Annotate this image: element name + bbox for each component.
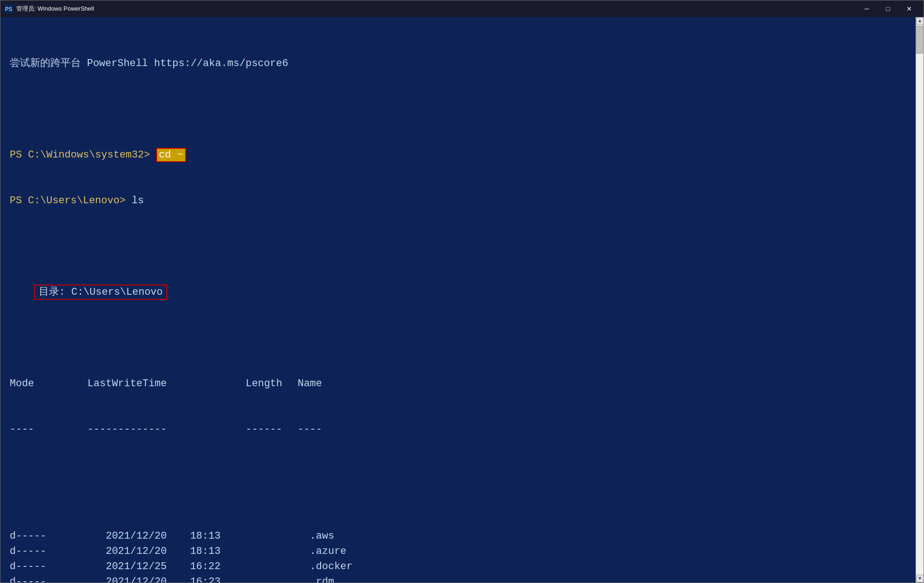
cell-name: .rdm	[310, 574, 334, 583]
scroll-up-arrow[interactable]: ▲	[916, 17, 924, 25]
command-line-2: PS C:\Users\Lenovo> ls	[10, 193, 906, 208]
close-button[interactable]: ✕	[899, 0, 920, 17]
title-bar: PS 管理员: Windows PowerShell ─ □ ✕	[0, 0, 924, 17]
data-rows: d-----2021/12/20 18:13 .awsd-----2021/12…	[10, 528, 906, 583]
header-length: Length	[208, 376, 282, 391]
window-icon: PS	[4, 4, 13, 13]
table-row: d-----2021/12/20 16:23 .rdm	[10, 574, 906, 583]
blank-line-4	[10, 468, 906, 483]
table-row: d-----2021/12/20 18:13 .aws	[10, 528, 906, 544]
cell-mode: d-----	[10, 574, 65, 583]
window-controls: ─ □ ✕	[856, 0, 920, 17]
cell-date: 2021/12/20	[65, 528, 167, 544]
sep-mode: ----	[10, 422, 65, 437]
cell-time: 18:13	[179, 528, 220, 544]
terminal-output[interactable]: 尝试新的跨平台 PowerShell https://aka.ms/pscore…	[0, 17, 916, 583]
sep-length: ------	[208, 422, 282, 437]
header-row: ModeLastWriteTime Length Name	[10, 376, 906, 391]
cell-date: 2021/12/25	[65, 559, 167, 574]
command-line-1: PS C:\Windows\system32> cd ~	[10, 147, 906, 163]
content-area: 尝试新的跨平台 PowerShell https://aka.ms/pscore…	[0, 17, 924, 583]
directory-line: 目录: C:\Users\Lenovo	[10, 285, 906, 300]
cmd-highlight-1: cd ~	[156, 148, 186, 162]
scrollbar[interactable]: ▲ ▼	[916, 17, 924, 583]
prompt-1: PS C:\Windows\system32>	[10, 149, 150, 161]
cell-time: 16:23	[179, 574, 220, 583]
dir-label: 目录: C:\Users\Lenovo	[34, 285, 167, 300]
powershell-window: PS 管理员: Windows PowerShell ─ □ ✕ 尝试新的跨平台…	[0, 0, 924, 583]
table-row: d-----2021/12/20 18:13 .azure	[10, 544, 906, 559]
restore-button[interactable]: □	[877, 0, 899, 17]
cell-name: .docker	[310, 559, 353, 574]
intro-line: 尝试新的跨平台 PowerShell https://aka.ms/pscore…	[10, 56, 906, 71]
cell-mode: d-----	[10, 559, 65, 574]
header-lastwrite: LastWriteTime	[65, 376, 167, 391]
window-title: 管理员: Windows PowerShell	[16, 5, 856, 13]
sep-lastwrite: -------------	[65, 422, 167, 437]
cell-name: .azure	[310, 544, 346, 559]
cell-mode: d-----	[10, 528, 65, 544]
scrollbar-thumb[interactable]	[916, 26, 923, 54]
cmd-2: ls	[132, 195, 144, 206]
minimize-button[interactable]: ─	[856, 0, 877, 17]
sep-name: ----	[298, 422, 322, 437]
prompt-2: PS C:\Users\Lenovo>	[10, 195, 126, 206]
table-row: d-----2021/12/25 16:22 .docker	[10, 559, 906, 574]
header-name: Name	[298, 376, 322, 391]
svg-text:PS: PS	[5, 6, 12, 13]
cell-time: 18:13	[179, 544, 220, 559]
header-time-spacer	[167, 376, 208, 391]
blank-line-3	[10, 330, 906, 346]
cell-mode: d-----	[10, 544, 65, 559]
cell-date: 2021/12/20	[65, 574, 167, 583]
cell-time: 16:22	[179, 559, 220, 574]
separator-row: ----------------- ------ ----	[10, 422, 906, 437]
scroll-down-arrow[interactable]: ▼	[916, 575, 924, 583]
header-mode: Mode	[10, 376, 65, 391]
sep-time-spacer	[167, 422, 208, 437]
scrollbar-track[interactable]	[916, 25, 924, 575]
cell-name: .aws	[310, 528, 334, 544]
intro-text: 尝试新的跨平台 PowerShell https://aka.ms/pscore…	[10, 58, 288, 69]
blank-line-2	[10, 239, 906, 254]
cell-date: 2021/12/20	[65, 544, 167, 559]
blank-line-1	[10, 102, 906, 117]
